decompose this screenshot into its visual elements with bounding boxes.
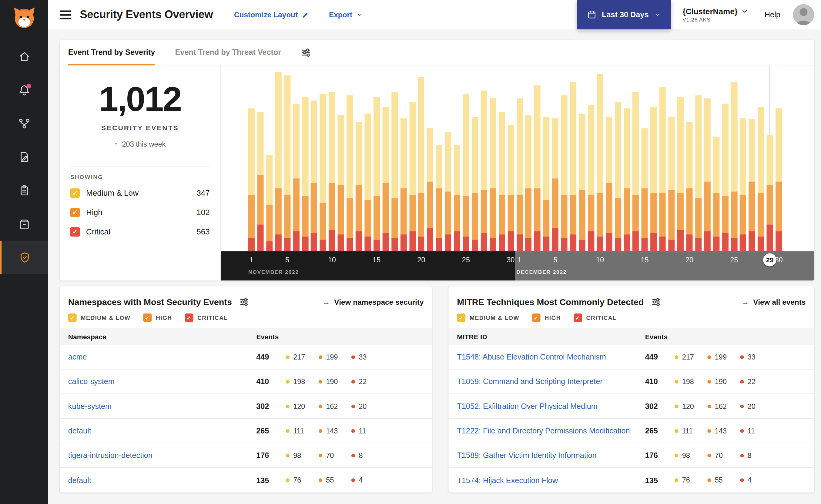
row-link[interactable]: kube-system <box>68 402 256 410</box>
view-all-events-link[interactable]: → View all events <box>742 298 806 306</box>
chart-bar[interactable] <box>427 65 434 251</box>
namespaces-settings-button[interactable] <box>239 297 249 307</box>
chart-bar[interactable] <box>767 65 773 251</box>
chart-bar[interactable] <box>516 65 523 251</box>
severity-checkbox-medium_low[interactable]: ✓ <box>68 313 77 322</box>
row-link[interactable]: T1548: Abuse Elevation Control Mechanism <box>457 353 645 361</box>
chart-bar[interactable] <box>776 65 782 251</box>
row-link[interactable]: tigera-intrusion-detection <box>68 451 256 459</box>
row-link[interactable]: T1052: Exfiltration Over Physical Medium <box>457 402 645 410</box>
view-namespace-security-link[interactable]: → View namespace security <box>323 298 424 306</box>
chart-bar[interactable] <box>552 65 558 251</box>
sidebar-item-threat-defense[interactable] <box>0 241 48 274</box>
chart-bar[interactable] <box>436 65 442 251</box>
chart-bar[interactable] <box>660 65 666 251</box>
chart-bar[interactable] <box>454 65 460 251</box>
user-avatar[interactable] <box>793 4 814 25</box>
chart-bar[interactable] <box>275 65 281 251</box>
chart-bar[interactable] <box>302 65 308 251</box>
cluster-selector[interactable]: {ClusterName} V1.26 AKS <box>683 7 749 22</box>
hamburger-menu-button[interactable] <box>60 10 71 19</box>
chart-bar[interactable] <box>374 65 380 251</box>
chart-bars-area[interactable] <box>221 65 814 251</box>
severity-checkbox-medium_low[interactable]: ✓ <box>70 188 80 197</box>
severity-checkbox-critical[interactable]: ✓ <box>573 313 582 322</box>
chart-bar[interactable] <box>561 65 567 251</box>
chart-bar[interactable] <box>749 65 755 251</box>
chart-bar[interactable] <box>624 65 630 251</box>
row-link[interactable]: T1589: Gather Victim Identity Informatio… <box>457 451 645 459</box>
selected-day-marker[interactable]: 29 <box>763 253 776 266</box>
export-button[interactable]: Export <box>329 11 364 19</box>
row-link[interactable]: calico-system <box>68 377 256 386</box>
sidebar-item-compliance[interactable] <box>0 174 48 207</box>
chart-bar[interactable] <box>248 65 255 251</box>
row-link[interactable]: T1574: Hijack Execution Flow <box>457 476 645 485</box>
row-link[interactable]: default <box>68 476 256 485</box>
chart-bar[interactable] <box>651 65 657 251</box>
chart-bar[interactable] <box>391 65 398 251</box>
mitre-settings-button[interactable] <box>651 297 661 307</box>
calico-cat-logo[interactable] <box>11 5 37 32</box>
chart-bar[interactable] <box>507 65 514 251</box>
chart-bar[interactable] <box>293 65 299 251</box>
chart-bar[interactable] <box>633 65 639 251</box>
chart-bar[interactable] <box>320 65 326 251</box>
row-link[interactable]: T1222: File and Directory Permissions Mo… <box>457 426 645 435</box>
chart-bar[interactable] <box>266 65 273 251</box>
chart-bar[interactable] <box>364 65 371 251</box>
chart-bar[interactable] <box>606 65 612 251</box>
chart-bar[interactable] <box>758 65 764 251</box>
chart-bar[interactable] <box>597 65 603 251</box>
customize-layout-button[interactable]: Customize Layout <box>234 11 310 19</box>
chart-bar[interactable] <box>722 65 728 251</box>
chart-bar[interactable] <box>677 65 684 251</box>
chart-bar[interactable] <box>472 65 478 251</box>
chart-bar[interactable] <box>740 65 746 251</box>
severity-checkbox-high[interactable]: ✓ <box>70 207 80 217</box>
chart-bar[interactable] <box>498 65 505 251</box>
chart-bar[interactable] <box>543 65 550 251</box>
chart-bar[interactable] <box>480 65 487 251</box>
chart-bar[interactable] <box>338 65 344 251</box>
severity-checkbox-medium_low[interactable]: ✓ <box>457 313 465 322</box>
chart-bar[interactable] <box>695 65 702 251</box>
chart-settings-button[interactable] <box>301 47 311 57</box>
chart-bar[interactable] <box>525 65 532 251</box>
chart-bar[interactable] <box>534 65 540 251</box>
chart-bar[interactable] <box>713 65 720 251</box>
chart-bar[interactable] <box>382 65 389 251</box>
chart-bar[interactable] <box>642 65 648 251</box>
chart-bar[interactable] <box>284 65 291 251</box>
sidebar-item-notifications[interactable] <box>0 73 48 107</box>
chart-bar[interactable] <box>445 65 451 251</box>
row-link[interactable]: acme <box>68 353 256 361</box>
chart-bar[interactable] <box>704 65 710 251</box>
row-link[interactable]: T1059: Command and Scripting Interpreter <box>457 377 645 386</box>
date-range-button[interactable]: Last 30 Days <box>577 0 671 29</box>
sidebar-item-policies[interactable] <box>0 140 48 174</box>
chart-bar[interactable] <box>570 65 576 251</box>
chart-bar[interactable] <box>588 65 594 251</box>
severity-checkbox-critical[interactable]: ✓ <box>70 227 80 236</box>
sidebar-item-service-graph[interactable] <box>0 107 48 140</box>
chart-bar[interactable] <box>400 65 407 251</box>
help-link[interactable]: Help <box>765 11 780 19</box>
chart-bar[interactable] <box>669 65 675 251</box>
chart-bar[interactable] <box>579 65 585 251</box>
chart-bar[interactable] <box>418 65 424 251</box>
sidebar-item-home[interactable] <box>0 40 48 73</box>
sidebar-item-image-assurance[interactable] <box>0 207 48 241</box>
chart-bar[interactable] <box>257 65 264 251</box>
chart-bar[interactable] <box>686 65 693 251</box>
tab-event-trend-by-threat-vector[interactable]: Event Trend by Threat Vector <box>175 40 281 65</box>
chart-bar[interactable] <box>356 65 362 251</box>
chart-bar[interactable] <box>329 65 335 251</box>
chart-bar[interactable] <box>463 65 469 251</box>
row-link[interactable]: default <box>68 426 256 435</box>
tab-event-trend-by-severity[interactable]: Event Trend by Severity <box>68 40 155 65</box>
severity-checkbox-high[interactable]: ✓ <box>532 313 540 322</box>
chart-bar[interactable] <box>347 65 353 251</box>
chart-bar[interactable] <box>615 65 621 251</box>
chart-bar[interactable] <box>490 65 496 251</box>
